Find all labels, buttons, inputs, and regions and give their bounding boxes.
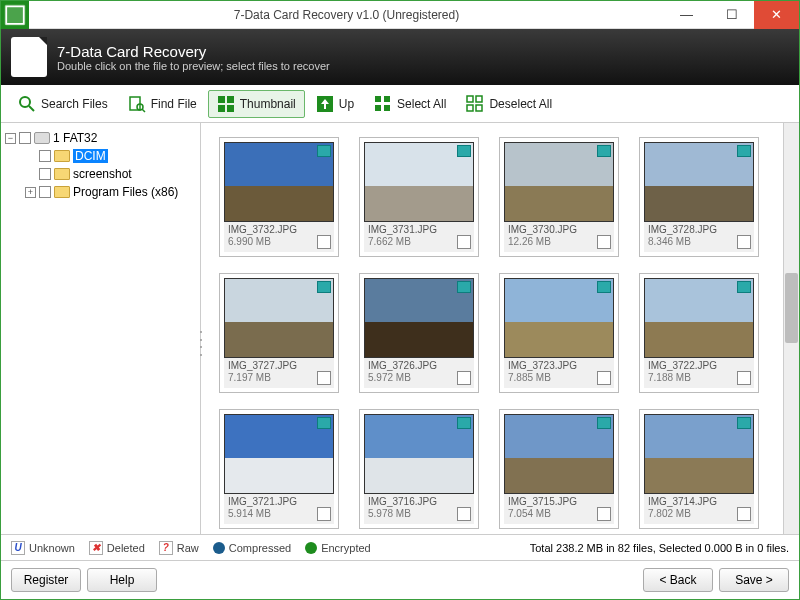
thumbnail-checkbox[interactable]	[317, 507, 331, 521]
filetype-badge-icon	[317, 145, 331, 157]
tree-checkbox[interactable]	[39, 168, 51, 180]
thumbnail-checkbox[interactable]	[737, 371, 751, 385]
thumbnail-filesize: 7.054 MB	[508, 508, 610, 520]
thumbnail-item[interactable]: IMG_3728.JPG8.346 MB	[639, 137, 759, 257]
tree-item-label: DCIM	[73, 149, 108, 163]
thumbnail-button[interactable]: Thumbnail	[208, 90, 305, 118]
thumbnail-checkbox[interactable]	[737, 507, 751, 521]
filetype-badge-icon	[317, 281, 331, 293]
select-all-label: Select All	[397, 97, 446, 111]
thumbnail-checkbox[interactable]	[317, 235, 331, 249]
thumbnail-checkbox[interactable]	[737, 235, 751, 249]
back-button[interactable]: < Back	[643, 568, 713, 592]
up-icon	[316, 95, 334, 113]
thumbnail-info: IMG_3728.JPG8.346 MB	[644, 222, 754, 252]
find-file-button[interactable]: Find File	[119, 90, 206, 118]
thumbnail-info: IMG_3714.JPG7.802 MB	[644, 494, 754, 524]
thumbnail-image	[224, 278, 334, 358]
svg-rect-11	[375, 96, 381, 102]
scrollbar-handle[interactable]	[785, 273, 798, 343]
sd-card-icon	[11, 37, 47, 77]
thumbnail-item[interactable]: IMG_3721.JPG5.914 MB	[219, 409, 339, 529]
toolbar: Search Files Find File Thumbnail Up Sele…	[1, 85, 799, 123]
tree-item[interactable]: DCIM	[5, 147, 196, 165]
thumbnail-filesize: 7.188 MB	[648, 372, 750, 384]
filetype-badge-icon	[597, 417, 611, 429]
thumbnail-item[interactable]: IMG_3731.JPG7.662 MB	[359, 137, 479, 257]
filetype-badge-icon	[737, 145, 751, 157]
folder-icon	[54, 150, 70, 162]
app-header: 7-Data Card Recovery Double click on the…	[1, 29, 799, 85]
svg-rect-3	[130, 97, 140, 110]
unknown-icon: U	[11, 541, 25, 555]
tree-expand-icon[interactable]: +	[25, 187, 36, 198]
thumbnail-item[interactable]: IMG_3723.JPG7.885 MB	[499, 273, 619, 393]
search-files-label: Search Files	[41, 97, 108, 111]
select-all-button[interactable]: Select All	[365, 90, 455, 118]
thumbnail-item[interactable]: IMG_3727.JPG7.197 MB	[219, 273, 339, 393]
help-button[interactable]: Help	[87, 568, 157, 592]
thumbnail-info: IMG_3723.JPG7.885 MB	[504, 358, 614, 388]
search-files-button[interactable]: Search Files	[9, 90, 117, 118]
thumbnail-checkbox[interactable]	[457, 371, 471, 385]
thumbnail-item[interactable]: IMG_3715.JPG7.054 MB	[499, 409, 619, 529]
tree-root-label[interactable]: 1 FAT32	[53, 131, 97, 145]
deleted-icon: ✖	[89, 541, 103, 555]
thumbnail-checkbox[interactable]	[597, 371, 611, 385]
thumbnail-image	[644, 142, 754, 222]
thumbnail-info: IMG_3731.JPG7.662 MB	[364, 222, 474, 252]
thumbnail-info: IMG_3727.JPG7.197 MB	[224, 358, 334, 388]
thumbnail-filename: IMG_3715.JPG	[508, 496, 610, 508]
tree-checkbox[interactable]	[19, 132, 31, 144]
thumbnail-checkbox[interactable]	[457, 507, 471, 521]
svg-rect-7	[227, 96, 234, 103]
thumbnail-item[interactable]: IMG_3722.JPG7.188 MB	[639, 273, 759, 393]
up-button[interactable]: Up	[307, 90, 363, 118]
thumbnail-item[interactable]: IMG_3716.JPG5.978 MB	[359, 409, 479, 529]
thumbnail-filesize: 8.346 MB	[648, 236, 750, 248]
minimize-button[interactable]: —	[664, 1, 709, 29]
legend-compressed: Compressed	[229, 542, 291, 554]
tree-item[interactable]: screenshot	[5, 165, 196, 183]
thumbnail-item[interactable]: IMG_3726.JPG5.972 MB	[359, 273, 479, 393]
register-button[interactable]: Register	[11, 568, 81, 592]
thumbnail-item[interactable]: IMG_3730.JPG12.26 MB	[499, 137, 619, 257]
thumbnail-filesize: 12.26 MB	[508, 236, 610, 248]
thumbnail-filename: IMG_3726.JPG	[368, 360, 470, 372]
maximize-button[interactable]: ☐	[709, 1, 754, 29]
thumbnail-checkbox[interactable]	[457, 235, 471, 249]
window-title: 7-Data Card Recovery v1.0 (Unregistered)	[29, 8, 664, 22]
thumbnail-filesize: 5.978 MB	[368, 508, 470, 520]
tree-checkbox[interactable]	[39, 150, 51, 162]
thumbnail-info: IMG_3730.JPG12.26 MB	[504, 222, 614, 252]
thumbnail-item[interactable]: IMG_3732.JPG6.990 MB	[219, 137, 339, 257]
thumbnail-image	[364, 414, 474, 494]
thumbnail-filename: IMG_3721.JPG	[228, 496, 330, 508]
status-text: Total 238.2 MB in 82 files, Selected 0.0…	[530, 542, 789, 554]
thumbnail-image	[504, 278, 614, 358]
tree-collapse-icon[interactable]: −	[5, 133, 16, 144]
thumbnail-info: IMG_3721.JPG5.914 MB	[224, 494, 334, 524]
tree-checkbox[interactable]	[39, 186, 51, 198]
thumbnail-info: IMG_3715.JPG7.054 MB	[504, 494, 614, 524]
thumbnail-checkbox[interactable]	[317, 371, 331, 385]
save-button[interactable]: Save >	[719, 568, 789, 592]
thumbnail-checkbox[interactable]	[597, 235, 611, 249]
svg-rect-9	[227, 105, 234, 112]
thumbnail-checkbox[interactable]	[597, 507, 611, 521]
thumbnail-label: Thumbnail	[240, 97, 296, 111]
filetype-badge-icon	[737, 281, 751, 293]
header-title: 7-Data Card Recovery	[57, 43, 330, 60]
compressed-icon	[213, 542, 225, 554]
thumbnail-image	[504, 142, 614, 222]
thumbnail-item[interactable]: IMG_3714.JPG7.802 MB	[639, 409, 759, 529]
close-button[interactable]: ✕	[754, 1, 799, 29]
app-icon	[1, 1, 29, 29]
tree-item[interactable]: +Program Files (x86)	[5, 183, 196, 201]
vertical-scrollbar[interactable]	[783, 123, 799, 534]
thumbnail-image	[644, 414, 754, 494]
filetype-badge-icon	[457, 417, 471, 429]
deselect-all-button[interactable]: Deselect All	[457, 90, 561, 118]
thumbnail-filename: IMG_3723.JPG	[508, 360, 610, 372]
folder-tree[interactable]: − 1 FAT32 DCIMscreenshot+Program Files (…	[1, 123, 201, 534]
